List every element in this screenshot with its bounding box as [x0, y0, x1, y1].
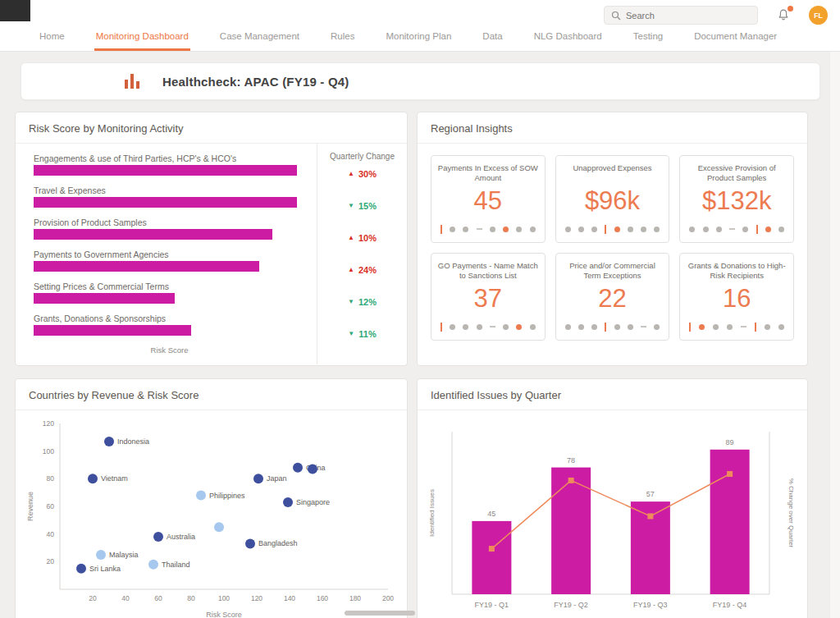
risk-bar-label: Grants, Donations & Sponsorships: [34, 314, 305, 323]
search-box[interactable]: [604, 6, 758, 25]
spark-dot-icon: [450, 324, 455, 330]
metric-sparkline: [436, 322, 540, 332]
search-input[interactable]: [626, 11, 741, 21]
change-percent: 10%: [358, 233, 377, 243]
spark-dot-icon: [778, 227, 784, 232]
scatter-point-unlabeled[interactable]: [214, 522, 224, 532]
arrow-down-icon: ▼: [348, 330, 354, 337]
metric-sparkline: [561, 322, 664, 332]
risk-bar-label: Engagements & use of Third Parties, HCP'…: [34, 153, 305, 163]
main-nav: HomeMonitoring DashboardCase ManagementR…: [38, 24, 778, 51]
spark-dot-icon: [578, 324, 584, 330]
risk-row: Grants, Donations & Sponsorships: [34, 314, 305, 336]
spark-dot-icon: [565, 227, 571, 232]
quarterly-change-value: ▲30%: [317, 158, 407, 190]
risk-bar[interactable]: [34, 165, 297, 176]
spark-dot-icon: [516, 227, 522, 232]
spark-dash-icon: [729, 228, 735, 230]
scatter-point-unlabeled[interactable]: [308, 465, 317, 474]
metric-card[interactable]: Payments In Excess of SOW Amount45: [431, 155, 546, 243]
spark-dash-icon: [490, 326, 495, 327]
risk-bar[interactable]: [34, 293, 175, 304]
nav-item-rules[interactable]: Rules: [329, 24, 356, 51]
nav-item-nlg-dashboard[interactable]: NLG Dashboard: [532, 24, 604, 51]
change-percent: 11%: [358, 329, 376, 339]
risk-bar-chart: Engagements & use of Third Parties, HCP'…: [16, 144, 317, 364]
spark-dot-icon: [742, 227, 748, 232]
panel-countries: Countries by Revenue & Risk Score 204060…: [15, 378, 408, 618]
metric-card[interactable]: GO Payments - Name Match to Sanctions Li…: [431, 253, 546, 341]
scatter-point-philippines[interactable]: [196, 491, 206, 501]
risk-bar[interactable]: [34, 325, 191, 336]
spark-dot-icon: [591, 324, 597, 330]
scatter-point-vietnam[interactable]: [88, 474, 98, 483]
panel-issues-title: Identified Issues by Quarter: [418, 379, 807, 410]
metric-label: GO Payments - Name Match to Sanctions Li…: [436, 261, 540, 282]
scatter-point-indonesia[interactable]: [104, 437, 114, 446]
svg-text:40: 40: [47, 530, 55, 538]
scatter-point-sri-lanka[interactable]: [76, 564, 86, 574]
scatter-point-singapore[interactable]: [283, 497, 293, 507]
change-line-marker[interactable]: [489, 546, 495, 552]
spark-dot-icon: [628, 227, 633, 232]
spark-dot-icon: [591, 227, 597, 232]
metric-card[interactable]: Grants & Donations to High-Risk Recipien…: [679, 253, 794, 341]
metric-value: $96k: [561, 186, 664, 216]
change-line-marker[interactable]: [647, 513, 653, 519]
risk-bar[interactable]: [34, 261, 259, 272]
scatter-point-japan[interactable]: [253, 474, 263, 483]
risk-bar[interactable]: [34, 229, 272, 240]
metric-label: Price and/or Commercial Term Exceptions: [561, 261, 664, 282]
panel-issues: Identified Issues by Quarter 45785789FY1…: [417, 378, 808, 618]
scatter-point-china[interactable]: [293, 463, 303, 473]
scatter-point-label: Malaysia: [109, 551, 139, 559]
metric-value: 16: [685, 284, 788, 314]
horizontal-scrollbar[interactable]: [345, 611, 415, 616]
risk-bar[interactable]: [34, 197, 297, 208]
arrow-up-icon: ▲: [348, 170, 354, 177]
scatter-point-bangladesh[interactable]: [245, 538, 255, 548]
metric-card[interactable]: Unapproved Expenses$96k: [555, 155, 670, 243]
avatar[interactable]: FL: [809, 6, 828, 25]
nav-item-home[interactable]: Home: [38, 24, 66, 51]
notifications-button[interactable]: [776, 7, 792, 24]
metric-card[interactable]: Price and/or Commercial Term Exceptions2…: [555, 253, 670, 341]
change-line-marker[interactable]: [727, 471, 733, 477]
scatter-point-malaysia[interactable]: [96, 550, 106, 560]
risk-bar-label: Travel & Expenses: [34, 185, 305, 195]
spark-dot-icon: [727, 324, 733, 330]
spark-dot-icon: [716, 227, 722, 232]
svg-text:60: 60: [47, 502, 55, 510]
nav-item-testing[interactable]: Testing: [632, 24, 664, 51]
spark-dot-orange-icon: [614, 227, 620, 232]
scatter-point-label: Indonesia: [117, 437, 149, 446]
spark-dot-icon: [654, 324, 660, 330]
spark-dot-orange-icon: [765, 227, 771, 232]
scatter-point-thailand[interactable]: [148, 560, 158, 570]
svg-text:180: 180: [349, 594, 361, 602]
change-percent: 15%: [358, 201, 377, 211]
nav-item-data[interactable]: Data: [481, 24, 504, 51]
svg-text:Revenue: Revenue: [26, 492, 34, 521]
nav-item-case-management[interactable]: Case Management: [218, 24, 301, 51]
metric-value: $132k: [685, 186, 788, 216]
page-header-card: Healthcheck: APAC (FY19 - Q4): [21, 62, 820, 100]
scatter-point-australia[interactable]: [153, 532, 163, 542]
combo-x-label: FY19 - Q4: [713, 601, 747, 609]
scatter-point-label: Japan: [267, 474, 287, 483]
issues-bar-fy19-q1[interactable]: [472, 521, 511, 594]
nav-item-monitoring-dashboard[interactable]: Monitoring Dashboard: [94, 24, 190, 51]
metric-card[interactable]: Excessive Provision of Product Samples$1…: [679, 155, 794, 243]
spark-dot-icon: [628, 324, 633, 330]
spark-dash-icon: [741, 326, 746, 327]
combo-svg: 45785789FY19 - Q1FY19 - Q2FY19 - Q3FY19 …: [424, 415, 797, 618]
spark-dot-orange-icon: [516, 324, 522, 330]
change-line-marker[interactable]: [568, 478, 574, 483]
combo-x-label: FY19 - Q3: [633, 601, 668, 609]
risk-xaxis-label: Risk Score: [34, 346, 305, 355]
nav-item-monitoring-plan[interactable]: Monitoring Plan: [384, 24, 453, 51]
risk-row: Engagements & use of Third Parties, HCP'…: [34, 153, 305, 176]
spark-dot-icon: [578, 227, 584, 232]
countries-scatter-chart: 2040608010012020406080100120140160180200…: [16, 410, 407, 618]
nav-item-document-manager[interactable]: Document Manager: [692, 24, 778, 51]
